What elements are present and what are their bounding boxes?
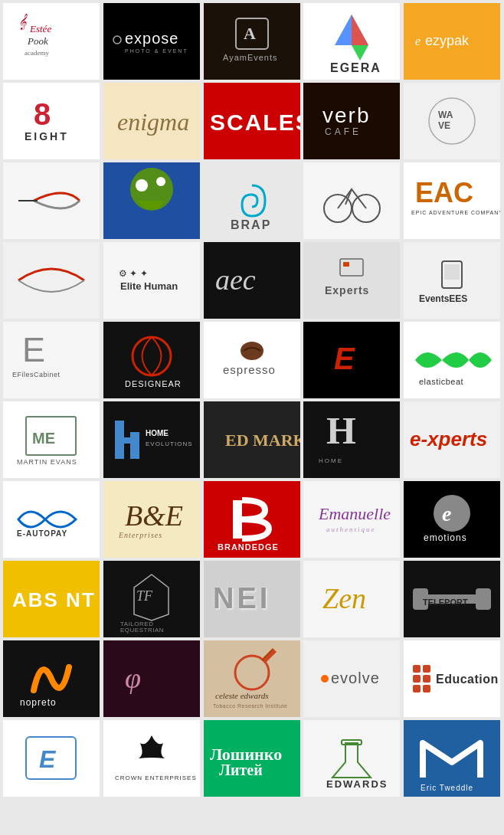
logo-teleport[interactable]: TELEPORT (404, 561, 500, 637)
logo-egera[interactable]: EGERA (303, 3, 400, 80)
svg-text:Zen: Zen (322, 582, 366, 614)
svg-text:E: E (22, 330, 45, 369)
logo-nei[interactable]: NEI (204, 561, 300, 637)
logo-tailored-equestrian[interactable]: TF TAILORED EQUESTRIAN (103, 561, 200, 637)
logo-ezypak[interactable]: e ezypak (404, 3, 500, 80)
svg-rect-38 (340, 259, 363, 276)
logo-elasticbeat[interactable]: elasticbeat (404, 322, 500, 398)
logo-absent[interactable]: ABS NT (3, 561, 100, 637)
logo-martin-evans[interactable]: ME MARTIN EVANS (3, 401, 100, 478)
svg-point-46 (133, 337, 171, 375)
svg-text:EPIC ADVENTURE COMPANY: EPIC ADVENTURE COMPANY (411, 210, 500, 215)
logo-brandedge[interactable]: BRANDEDGE (204, 481, 300, 558)
logo-ayamevents[interactable]: A AyamEvents (204, 3, 300, 80)
logo-loshinko[interactable]: Лошинко Литей (204, 720, 300, 797)
logo-scales[interactable]: SCALES (204, 83, 300, 159)
logo-edwards[interactable]: EDWARDS (303, 720, 400, 797)
svg-text:MARTIN EVANS: MARTIN EVANS (17, 458, 77, 466)
logo-home-evolutions[interactable]: HOME EVOLUTIONS (103, 401, 200, 478)
svg-text:NEI: NEI (213, 582, 270, 614)
svg-text:ME: ME (32, 430, 55, 447)
svg-point-22 (429, 98, 475, 144)
logo-e-arrow[interactable] (3, 162, 100, 239)
svg-text:EVOLUTIONS: EVOLUTIONS (146, 440, 193, 447)
svg-text:EGERA: EGERA (330, 61, 381, 74)
logo-espresso[interactable]: espresso (204, 322, 300, 398)
logo-aec-dark[interactable]: aec (204, 242, 300, 319)
svg-text:Estée: Estée (29, 23, 51, 34)
logo-home-evolutions-h[interactable]: H HOME (303, 401, 400, 478)
svg-text:ezypak: ezypak (425, 33, 470, 48)
svg-text:EQUESTRIAN: EQUESTRIAN (120, 627, 164, 634)
logo-emotions[interactable]: e emotions (404, 481, 500, 558)
svg-text:e-xperts: e-xperts (410, 427, 487, 450)
svg-text:Pook: Pook (27, 35, 48, 47)
svg-text:HOME: HOME (146, 429, 169, 437)
logo-be[interactable]: B&E Enterprises (103, 481, 200, 558)
logo-celeste-edwards[interactable]: celeste edwards Tobacco Research Institu… (204, 640, 300, 717)
svg-text:VE: VE (438, 120, 450, 131)
logo-eight[interactable]: 8 EIGHT (3, 83, 100, 159)
svg-rect-97 (413, 685, 421, 693)
svg-text:TELEPORT: TELEPORT (423, 598, 468, 607)
logo-e-box[interactable]: E (3, 720, 100, 797)
logo-wave[interactable]: WA VE (404, 83, 500, 159)
logo-education[interactable]: Education (404, 640, 500, 717)
logo-swirl[interactable] (3, 242, 100, 319)
logo-efilescabinet[interactable]: E EFilesCabinet (3, 322, 100, 398)
logo-grid: Estée Pook academy 𝄞 expose PHOTO & EVEN… (0, 0, 504, 800)
svg-rect-39 (343, 262, 349, 267)
logo-brap[interactable]: BRAP (204, 162, 300, 239)
logo-verb-cafe[interactable]: verb CAFE (303, 83, 400, 159)
svg-text:Elite Human: Elite Human (120, 280, 178, 292)
logo-script[interactable]: φ (103, 640, 200, 717)
svg-rect-57 (115, 437, 139, 444)
logo-experts[interactable]: Experts (303, 242, 400, 319)
logo-eric-tweddle[interactable]: Eric Tweddle (404, 720, 500, 797)
logo-nopreto[interactable]: nopreto (3, 640, 100, 717)
svg-text:Tobacco Research Institute: Tobacco Research Institute (213, 703, 287, 709)
logo-expose[interactable]: expose PHOTO & EVENT (103, 3, 200, 80)
svg-text:emotions: emotions (424, 532, 467, 543)
svg-text:enigma: enigma (117, 108, 189, 136)
svg-text:EDWARDS: EDWARDS (326, 778, 388, 790)
logo-e-red[interactable]: E (303, 322, 400, 398)
svg-text:E: E (334, 342, 355, 375)
logo-emanuelle[interactable]: Emanuelle authentique (303, 481, 400, 558)
logo-enigma[interactable]: enigma (103, 83, 200, 159)
logo-elite-human[interactable]: ⚙ ✦ ✦ Elite Human (103, 242, 200, 319)
logo-e-autopay[interactable]: E-AUTOPAY (3, 481, 100, 558)
svg-text:H: H (326, 409, 356, 452)
svg-marker-11 (352, 15, 368, 45)
logo-eventsees[interactable]: EventsEES (404, 242, 500, 319)
svg-text:EFilesCabinet: EFilesCabinet (12, 371, 61, 378)
svg-text:CAFE: CAFE (325, 126, 362, 137)
svg-point-27 (136, 179, 148, 192)
logo-zen[interactable]: Zen (303, 561, 400, 637)
svg-point-91 (321, 675, 329, 683)
logo-estee-pook[interactable]: Estée Pook academy 𝄞 (3, 3, 100, 80)
svg-text:EIGHT: EIGHT (25, 130, 69, 142)
logo-ed-mark[interactable]: ED MARK (204, 401, 300, 478)
svg-rect-67 (233, 500, 242, 539)
svg-text:PHOTO & EVENT: PHOTO & EVENT (125, 48, 188, 54)
logo-gnome[interactable] (103, 162, 200, 239)
svg-rect-83 (476, 588, 491, 610)
svg-text:⚙ ✦ ✦: ⚙ ✦ ✦ (119, 268, 148, 279)
logo-designear[interactable]: DESIGNEAR (103, 322, 200, 398)
svg-text:nopreto: nopreto (20, 697, 57, 708)
svg-rect-96 (423, 675, 430, 683)
svg-rect-93 (413, 665, 421, 673)
logo-e-xperts[interactable]: e-xperts (404, 401, 500, 478)
logo-epic-adventure[interactable]: EAC EPIC ADVENTURE COMPANY (404, 162, 500, 239)
logo-crown-enterprises[interactable]: CROWN ENTERPRISES (103, 720, 200, 797)
svg-text:e: e (442, 502, 451, 526)
logo-cycling[interactable] (303, 162, 400, 239)
svg-text:evolve: evolve (331, 670, 380, 686)
svg-text:elasticbeat: elasticbeat (419, 377, 463, 386)
svg-text:8: 8 (34, 97, 51, 131)
svg-text:φ: φ (125, 662, 141, 694)
svg-text:SCALES: SCALES (210, 110, 300, 135)
logo-evolve[interactable]: evolve (303, 640, 400, 717)
svg-point-28 (156, 177, 165, 186)
